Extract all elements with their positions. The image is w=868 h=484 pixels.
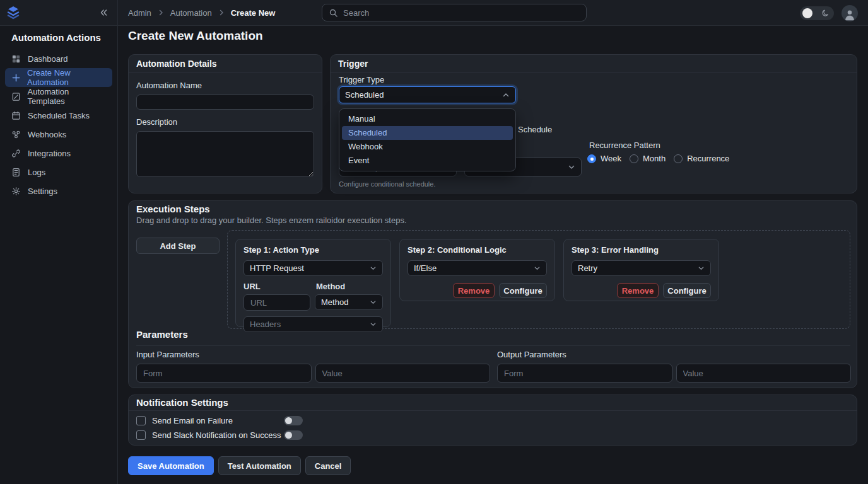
sidebar-item-dashboard[interactable]: Dashboard bbox=[5, 49, 112, 68]
description-textarea[interactable] bbox=[136, 131, 314, 177]
dropdown-option-scheduled[interactable]: Scheduled bbox=[342, 126, 513, 140]
email-failure-toggle[interactable] bbox=[284, 416, 303, 425]
radio-recurrence[interactable]: Recurrence bbox=[674, 154, 729, 163]
test-automation-button[interactable]: Test Automation bbox=[218, 456, 301, 475]
trigger-type-value: Scheduled bbox=[345, 90, 384, 100]
method-value: Method bbox=[321, 297, 348, 307]
notification-row-email-failure: Send Email on Failure bbox=[136, 415, 849, 425]
calendar-icon bbox=[11, 111, 21, 120]
radio-icon bbox=[630, 154, 638, 163]
sidebar-item-label: Dashboard bbox=[28, 54, 68, 64]
notification-rows: Send Email on Failure Send Slack Notific… bbox=[129, 411, 857, 440]
sidebar-item-logs[interactable]: Logs bbox=[5, 163, 112, 182]
execution-steps-title: Execution Steps bbox=[136, 204, 210, 214]
breadcrumb-separator-icon bbox=[218, 9, 225, 16]
step-card-conditional-logic[interactable]: Step 2: Conditional Logic If/Else Remove… bbox=[399, 239, 555, 301]
error-handling-value: Retry bbox=[578, 263, 597, 273]
radio-icon bbox=[674, 154, 683, 163]
chevron-up-icon bbox=[502, 91, 510, 99]
search-box[interactable] bbox=[322, 4, 587, 21]
radio-week[interactable]: Week bbox=[587, 154, 621, 163]
breadcrumb-item-admin[interactable]: Admin bbox=[128, 8, 151, 18]
link-icon bbox=[11, 149, 21, 158]
method-label: Method bbox=[316, 282, 345, 291]
description-label: Description bbox=[136, 117, 314, 127]
sidebar-item-automation-templates[interactable]: Automation Templates bbox=[5, 87, 112, 106]
trigger-title: Trigger bbox=[331, 55, 857, 73]
dropdown-option-webhook[interactable]: Webhook bbox=[339, 140, 515, 154]
input-param-form-field[interactable] bbox=[136, 364, 312, 383]
step-actions: Remove Configure bbox=[572, 283, 711, 298]
sidebar-item-settings[interactable]: Settings bbox=[5, 182, 112, 200]
breadcrumb-item-automation[interactable]: Automation bbox=[170, 8, 212, 18]
remove-step-button[interactable]: Remove bbox=[617, 283, 659, 298]
input-parameters-label: Input Parameters bbox=[136, 350, 490, 359]
headers-placeholder: Headers bbox=[250, 320, 281, 329]
step-card-error-handling[interactable]: Step 3: Error Handling Retry Remove Conf… bbox=[563, 239, 719, 301]
slack-success-toggle[interactable] bbox=[284, 430, 303, 440]
chevron-down-icon bbox=[370, 299, 377, 306]
chevron-down-icon bbox=[534, 265, 541, 272]
breadcrumb: Admin Automation Create New bbox=[128, 8, 275, 18]
notification-settings-title: Notification Settings bbox=[129, 395, 857, 411]
conditional-logic-select[interactable]: If/Else bbox=[408, 260, 547, 276]
schedule-label: Schedule bbox=[518, 125, 552, 134]
theme-toggle[interactable] bbox=[800, 6, 834, 20]
sidebar-item-create-new-automation[interactable]: Create New Automation bbox=[5, 68, 112, 87]
sidebar-collapse-icon[interactable] bbox=[98, 8, 108, 18]
cancel-button[interactable]: Cancel bbox=[305, 456, 351, 475]
sidebar-item-label: Integrations bbox=[28, 149, 71, 158]
headers-select[interactable]: Headers bbox=[243, 316, 383, 332]
input-parameters-row bbox=[136, 364, 490, 383]
step1-field-labels: URL Method bbox=[243, 282, 383, 291]
breadcrumb-item-create-new: Create New bbox=[231, 8, 276, 18]
trigger-card: Trigger Trigger Type Scheduled Manual Sc… bbox=[330, 54, 857, 193]
input-param-value-field[interactable] bbox=[315, 364, 491, 383]
trigger-type-select[interactable]: Scheduled bbox=[339, 86, 516, 103]
chevron-down-icon bbox=[568, 163, 575, 171]
topbar: Admin Automation Create New bbox=[0, 0, 868, 26]
email-failure-label: Send Email on Failure bbox=[152, 416, 233, 425]
save-automation-button[interactable]: Save Automation bbox=[128, 456, 214, 475]
steps-dropzone[interactable]: Step 1: Action Type HTTP Request URL Met… bbox=[227, 230, 850, 329]
notification-row-slack-success: Send Slack Notification on Success bbox=[136, 430, 849, 440]
error-handling-select[interactable]: Retry bbox=[572, 260, 711, 276]
slack-success-checkbox[interactable] bbox=[136, 430, 146, 440]
user-avatar[interactable] bbox=[842, 5, 858, 21]
output-param-value-field[interactable] bbox=[676, 364, 852, 383]
sidebar-item-webhooks[interactable]: Webhooks bbox=[5, 125, 112, 144]
radio-selected-icon bbox=[587, 154, 596, 163]
sidebar: Automation Actions Dashboard Create New … bbox=[0, 26, 118, 484]
sidebar-item-label: Automation Templates bbox=[28, 87, 106, 106]
method-select[interactable]: Method bbox=[315, 294, 383, 310]
step-title: Step 2: Conditional Logic bbox=[408, 245, 547, 255]
radio-month[interactable]: Month bbox=[630, 154, 666, 163]
main-content: Create New Automation Automation Details… bbox=[118, 26, 868, 484]
chevron-down-icon bbox=[370, 265, 377, 272]
search-input[interactable] bbox=[343, 8, 580, 18]
dropdown-option-manual[interactable]: Manual bbox=[339, 112, 515, 126]
radio-recurrence-label: Recurrence bbox=[687, 154, 729, 163]
remove-step-button[interactable]: Remove bbox=[453, 283, 495, 298]
automation-name-input[interactable] bbox=[136, 95, 314, 110]
step-card-action-type[interactable]: Step 1: Action Type HTTP Request URL Met… bbox=[235, 239, 391, 327]
dropdown-option-event[interactable]: Event bbox=[339, 154, 515, 168]
conditional-logic-value: If/Else bbox=[414, 263, 437, 273]
execution-steps-subtitle: Drag and drop to drag your builder. Step… bbox=[136, 216, 407, 225]
app-logo-layers-icon bbox=[5, 4, 21, 21]
execution-steps-card: Execution Steps Drag and drop to drag yo… bbox=[128, 200, 857, 388]
sidebar-item-label: Logs bbox=[28, 168, 45, 177]
output-param-form-field[interactable] bbox=[497, 364, 672, 383]
configure-step-button[interactable]: Configure bbox=[663, 283, 711, 298]
add-step-button[interactable]: Add Step bbox=[136, 238, 220, 254]
action-type-select[interactable]: HTTP Request bbox=[243, 260, 383, 276]
sidebar-item-integrations[interactable]: Integrations bbox=[5, 144, 112, 163]
email-failure-checkbox[interactable] bbox=[136, 416, 146, 425]
step1-fields: Method bbox=[243, 294, 383, 311]
light-mode-knob-icon bbox=[802, 8, 812, 18]
sidebar-item-scheduled-tasks[interactable]: Scheduled Tasks bbox=[5, 106, 112, 125]
configure-step-button[interactable]: Configure bbox=[499, 283, 547, 298]
gear-icon bbox=[11, 187, 21, 196]
automation-details-title: Automation Details bbox=[129, 55, 322, 73]
url-input[interactable] bbox=[243, 294, 310, 311]
